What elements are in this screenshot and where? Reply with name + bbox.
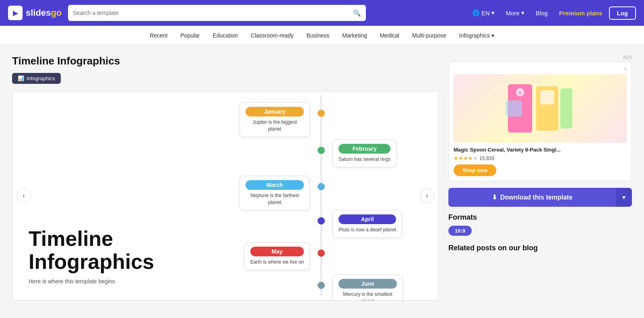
search-bar[interactable]: 🔍 (68, 5, 366, 21)
tag-label: Infographics (27, 75, 55, 81)
premium-button[interactable]: Premium plans (554, 7, 607, 19)
tl-dot-april (318, 217, 325, 224)
ads-label: ADS (448, 55, 632, 60)
tl-item-april: April Pluto is now a dwarf planet (321, 210, 402, 238)
tl-dot-march (318, 183, 325, 190)
nav-item-popular[interactable]: Popular (180, 31, 200, 40)
ad-image: M (454, 74, 627, 143)
tag-icon: 📊 (18, 75, 24, 81)
language-button[interactable]: 🌐 EN ▾ (467, 7, 500, 19)
svg-rect-4 (540, 90, 554, 104)
tl-dot-may (318, 249, 325, 257)
lang-label: EN (481, 10, 490, 17)
chevron-down-icon-more: ▾ (521, 9, 524, 17)
sidebar: ADS ↗ M Magic Spoon Cereal, Var (439, 55, 632, 301)
slide-content: TimelineInfographics Here is where this … (12, 95, 438, 297)
download-chevron-button[interactable]: ▾ (616, 188, 632, 207)
slide-big-title: TimelineInfographics (29, 227, 196, 273)
blog-label: Blog (536, 10, 548, 17)
slide-right: January Jupiter is the biggest planet Fe… (204, 95, 438, 297)
external-link-icon: ↗ (623, 67, 627, 72)
ad-title: Magic Spoon Cereal, Variety 8-Pack Singl… (454, 147, 561, 153)
logo-icon: ▶ (8, 6, 23, 20)
svg-rect-5 (560, 88, 572, 129)
svg-text:M: M (518, 91, 522, 95)
tl-item-may: May Earth is where we live on (244, 242, 321, 270)
content-area: Timeline Infographics 📊 Infographics 📣 ‹… (12, 55, 439, 301)
download-button[interactable]: ⬇ Download this template (448, 188, 616, 207)
tl-item-march: March Neptune is the farthest planet (239, 176, 321, 210)
svg-rect-6 (506, 100, 522, 116)
tl-dot-february (318, 147, 325, 154)
related-section: Related posts on our blog (448, 244, 632, 252)
globe-icon: 🌐 (472, 9, 480, 17)
slide-nav-right[interactable]: › (420, 189, 434, 203)
tl-item-june: June Mercury is the smallest planet (321, 274, 403, 301)
logo[interactable]: ▶ slidesgo (8, 6, 62, 20)
slide-nav-left[interactable]: ‹ (17, 189, 31, 203)
download-label: Download this template (500, 194, 573, 201)
download-section: ⬇ Download this template ▾ (448, 188, 632, 207)
stars-row: ★★★★ ★ 15,839 (454, 155, 494, 161)
chevron-down-icon: ▾ (491, 9, 495, 17)
timeline-container: January Jupiter is the biggest planet Fe… (204, 95, 438, 297)
nav-item-recent[interactable]: Recent (150, 31, 167, 40)
chevron-down-icon-nav: ▾ (491, 32, 494, 39)
review-count: 15,839 (479, 156, 494, 161)
stars: ★★★★ (454, 155, 473, 161)
header: ▶ slidesgo 🔍 🌐 EN ▾ More ▾ Blog Premium … (0, 0, 644, 26)
format-badge: 16:9 (448, 226, 472, 236)
related-title: Related posts on our blog (448, 244, 632, 252)
more-button[interactable]: More ▾ (501, 7, 529, 19)
login-button[interactable]: Log (609, 6, 636, 20)
premium-label: Premium plans (559, 10, 603, 17)
nav-item-business[interactable]: Business (306, 31, 329, 40)
search-icon: 🔍 (353, 9, 361, 17)
logo-text: slidesgo (26, 8, 62, 18)
chevron-down-icon-download: ▾ (622, 194, 625, 201)
formats-title: Formats (448, 213, 632, 222)
preview-card: 📣 ‹ › TimelineInfographics Here is where… (12, 91, 439, 301)
download-icon: ⬇ (492, 193, 497, 201)
more-label: More (506, 10, 520, 17)
blog-button[interactable]: Blog (531, 7, 553, 19)
tl-dot-january (318, 110, 325, 117)
nav-item-infographics[interactable]: Infographics ▾ (459, 31, 494, 40)
nav-item-classroom-ready[interactable]: Classroom-ready (251, 31, 294, 40)
slide-subtitle: Here is where this template begins (29, 278, 196, 285)
main-nav: Recent Popular Education Classroom-ready… (0, 26, 644, 45)
ad-card: ↗ M Magic Spoon Cereal, Variety 8-Pack S… (448, 61, 632, 181)
search-input[interactable] (73, 10, 353, 16)
shop-now-button[interactable]: Shop now (454, 164, 496, 176)
star-empty: ★ (473, 155, 478, 161)
tl-dot-june (318, 282, 325, 289)
ad-inner: ↗ M Magic Spoon Cereal, Variety 8-Pack S… (449, 62, 632, 181)
ad-image-svg: M (504, 80, 576, 137)
slide-left: TimelineInfographics Here is where this … (12, 95, 204, 297)
nav-item-education[interactable]: Education (213, 31, 238, 40)
formats-section: Formats 16:9 (448, 213, 632, 236)
nav-item-marketing[interactable]: Marketing (342, 31, 367, 40)
page-title: Timeline Infographics (12, 55, 439, 67)
login-label: Log (617, 10, 628, 17)
nav-item-multi-purpose[interactable]: Multi-purpose (412, 31, 446, 40)
tag-badge[interactable]: 📊 Infographics (12, 73, 61, 84)
nav-item-medical[interactable]: Medical (380, 31, 399, 40)
main-content: Timeline Infographics 📊 Infographics 📣 ‹… (4, 45, 640, 310)
tl-item-february: February Saturn has several rings (321, 139, 396, 167)
tl-item-january: January Jupiter is the biggest planet (239, 102, 321, 137)
header-right: 🌐 EN ▾ More ▾ Blog Premium plans Log (467, 6, 636, 20)
